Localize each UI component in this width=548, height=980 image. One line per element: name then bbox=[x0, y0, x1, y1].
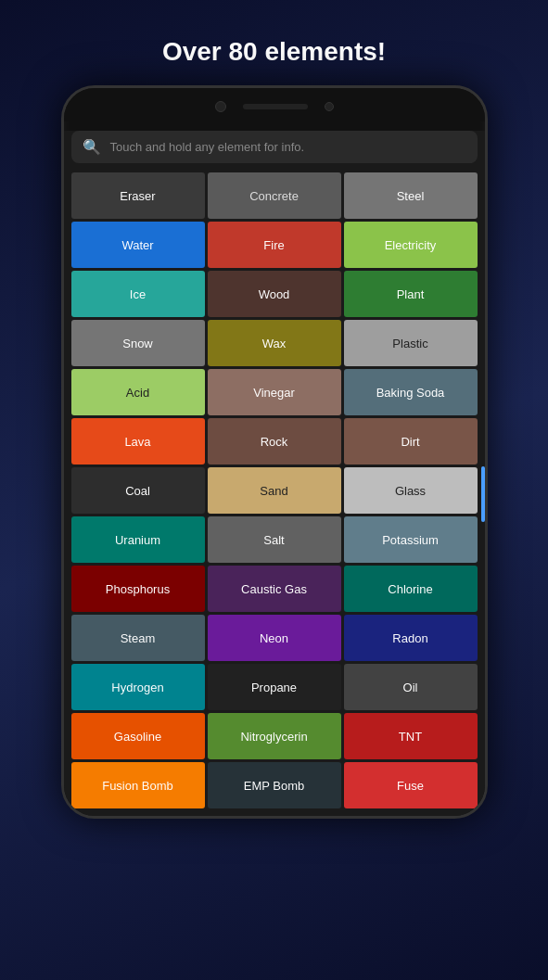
element-cell-coal[interactable]: Coal bbox=[71, 467, 205, 514]
element-cell-oil[interactable]: Oil bbox=[344, 664, 478, 710]
element-cell-fuse[interactable]: Fuse bbox=[344, 762, 478, 808]
element-cell-salt[interactable]: Salt bbox=[208, 516, 341, 563]
element-cell-glass[interactable]: Glass bbox=[344, 467, 478, 514]
element-cell-plant[interactable]: Plant bbox=[344, 271, 478, 317]
elements-grid: EraserConcreteSteelWaterFireElectricityI… bbox=[64, 172, 485, 816]
scrollbar[interactable] bbox=[481, 466, 485, 522]
element-cell-fusion-bomb[interactable]: Fusion Bomb bbox=[71, 762, 205, 808]
element-cell-vinegar[interactable]: Vinegar bbox=[208, 369, 341, 415]
element-cell-neon[interactable]: Neon bbox=[208, 615, 341, 661]
element-cell-snow[interactable]: Snow bbox=[71, 320, 205, 366]
element-cell-acid[interactable]: Acid bbox=[71, 369, 205, 415]
element-cell-uranium[interactable]: Uranium bbox=[71, 516, 205, 563]
element-cell-steel[interactable]: Steel bbox=[344, 172, 478, 219]
phone-camera-left bbox=[215, 101, 226, 112]
phone-content: 🔍 Touch and hold any element for info. E… bbox=[64, 131, 485, 816]
element-cell-baking-soda[interactable]: Baking Soda bbox=[344, 369, 478, 415]
element-cell-eraser[interactable]: Eraser bbox=[71, 172, 205, 219]
element-cell-lava[interactable]: Lava bbox=[71, 418, 205, 465]
element-cell-emp-bomb[interactable]: EMP Bomb bbox=[208, 762, 341, 808]
element-cell-electricity[interactable]: Electricity bbox=[344, 222, 478, 268]
element-cell-tnt[interactable]: TNT bbox=[344, 713, 478, 759]
phone-frame: 🔍 Touch and hold any element for info. E… bbox=[61, 85, 488, 819]
element-cell-propane[interactable]: Propane bbox=[208, 664, 341, 710]
element-cell-dirt[interactable]: Dirt bbox=[344, 418, 478, 465]
element-cell-radon[interactable]: Radon bbox=[344, 615, 478, 661]
phone-notch bbox=[215, 101, 334, 112]
element-cell-concrete[interactable]: Concrete bbox=[208, 172, 341, 219]
search-bar[interactable]: 🔍 Touch and hold any element for info. bbox=[71, 131, 478, 163]
element-cell-nitroglycerin[interactable]: Nitroglycerin bbox=[208, 713, 341, 759]
element-cell-gasoline[interactable]: Gasoline bbox=[71, 713, 205, 759]
element-cell-phosphorus[interactable]: Phosphorus bbox=[71, 566, 205, 612]
search-icon: 🔍 bbox=[83, 138, 101, 156]
phone-sensor bbox=[325, 102, 334, 111]
element-cell-ice[interactable]: Ice bbox=[71, 271, 205, 317]
element-cell-chlorine[interactable]: Chlorine bbox=[344, 566, 478, 612]
element-cell-fire[interactable]: Fire bbox=[208, 222, 341, 268]
element-cell-wax[interactable]: Wax bbox=[208, 320, 341, 366]
page-title: Over 80 elements! bbox=[162, 37, 386, 67]
element-cell-water[interactable]: Water bbox=[71, 222, 205, 268]
element-cell-sand[interactable]: Sand bbox=[208, 467, 341, 514]
element-cell-wood[interactable]: Wood bbox=[208, 271, 341, 317]
element-cell-hydrogen[interactable]: Hydrogen bbox=[71, 664, 205, 710]
phone-speaker bbox=[243, 104, 308, 109]
element-cell-steam[interactable]: Steam bbox=[71, 615, 205, 661]
element-cell-rock[interactable]: Rock bbox=[208, 418, 341, 465]
search-placeholder: Touch and hold any element for info. bbox=[110, 140, 305, 154]
element-cell-potassium[interactable]: Potassium bbox=[344, 516, 478, 563]
element-cell-plastic[interactable]: Plastic bbox=[344, 320, 478, 366]
element-cell-caustic-gas[interactable]: Caustic Gas bbox=[208, 566, 341, 612]
phone-top-bar bbox=[64, 88, 485, 121]
